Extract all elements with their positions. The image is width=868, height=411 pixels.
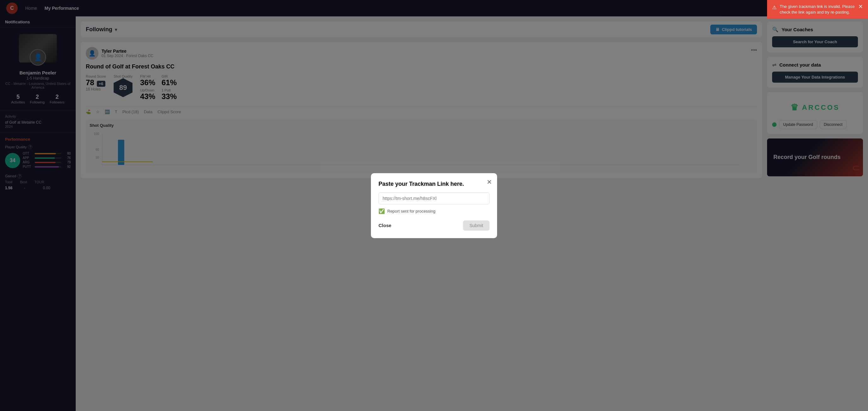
- modal-actions: Close Submit: [378, 220, 490, 230]
- modal-submit-button[interactable]: Submit: [463, 220, 490, 230]
- toast-warning-icon: ⚠: [772, 4, 777, 11]
- error-toast: ⚠ The given trackman link is invalid. Pl…: [767, 0, 868, 19]
- trackman-modal: Paste your Trackman Link here. ✕ ✅ Repor…: [371, 173, 497, 238]
- modal-overlay: Paste your Trackman Link here. ✕ ✅ Repor…: [0, 0, 868, 411]
- trackman-link-input[interactable]: [378, 192, 490, 204]
- toast-message: The given trackman link is invalid. Plea…: [780, 4, 855, 15]
- modal-close-x-button[interactable]: ✕: [487, 178, 492, 186]
- toast-close-button[interactable]: ✕: [858, 4, 863, 9]
- modal-close-button[interactable]: Close: [378, 223, 392, 228]
- modal-title: Paste your Trackman Link here.: [378, 181, 490, 187]
- status-text: Report sent for processing: [387, 209, 435, 214]
- status-check-icon: ✅: [378, 208, 385, 214]
- modal-status: ✅ Report sent for processing: [378, 208, 490, 214]
